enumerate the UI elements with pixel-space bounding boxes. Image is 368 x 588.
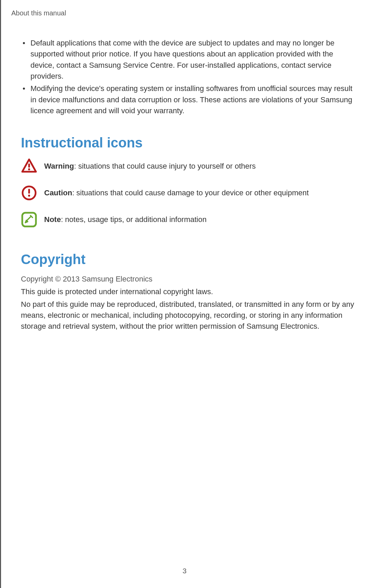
copyright-section: Copyright Copyright © 2013 Samsung Elect… — [21, 252, 358, 332]
note-icon — [21, 211, 37, 228]
icon-label: Warning — [44, 162, 74, 170]
page-content: Default applications that come with the … — [1, 17, 368, 332]
icon-description: : situations that could cause damage to … — [72, 188, 309, 197]
svg-rect-5 — [22, 213, 36, 226]
section-heading-icons: Instructional icons — [21, 135, 358, 151]
bullet-text: Default applications that come with the … — [30, 39, 334, 80]
icon-text-caution: Caution: situations that could cause dam… — [44, 188, 309, 198]
section-heading-copyright: Copyright — [21, 252, 358, 267]
bullet-list: Default applications that come with the … — [21, 38, 358, 116]
copyright-subtitle: Copyright © 2013 Samsung Electronics — [21, 275, 358, 284]
header-title: About this manual — [11, 9, 66, 17]
icon-row-caution: Caution: situations that could cause dam… — [21, 185, 358, 201]
icon-row-warning: Warning: situations that could cause inj… — [21, 158, 358, 174]
copyright-body-1: This guide is protected under internatio… — [21, 286, 358, 297]
caution-icon — [21, 185, 37, 201]
page-header: About this manual — [1, 0, 368, 17]
svg-rect-3 — [28, 189, 30, 194]
bullet-item: Modifying the device's operating system … — [21, 83, 358, 116]
copyright-body-2: No part of this guide may be reproduced,… — [21, 299, 358, 332]
icon-label: Caution — [44, 188, 72, 197]
bullet-item: Default applications that come with the … — [21, 38, 358, 82]
icon-description: : notes, usage tips, or additional infor… — [61, 215, 207, 224]
icon-row-note: Note: notes, usage tips, or additional i… — [21, 211, 358, 228]
bullet-text: Modifying the device's operating system … — [30, 84, 352, 115]
warning-icon — [21, 158, 37, 174]
icon-description: : situations that could cause injury to … — [74, 162, 256, 170]
icon-label: Note — [44, 215, 61, 224]
svg-point-4 — [28, 195, 30, 197]
instructional-icons-section: Instructional icons Warning: situations … — [21, 135, 358, 228]
svg-point-1 — [28, 168, 30, 170]
svg-rect-0 — [28, 164, 30, 168]
page-number: 3 — [1, 567, 368, 575]
icon-text-warning: Warning: situations that could cause inj… — [44, 161, 256, 172]
icon-text-note: Note: notes, usage tips, or additional i… — [44, 214, 206, 225]
